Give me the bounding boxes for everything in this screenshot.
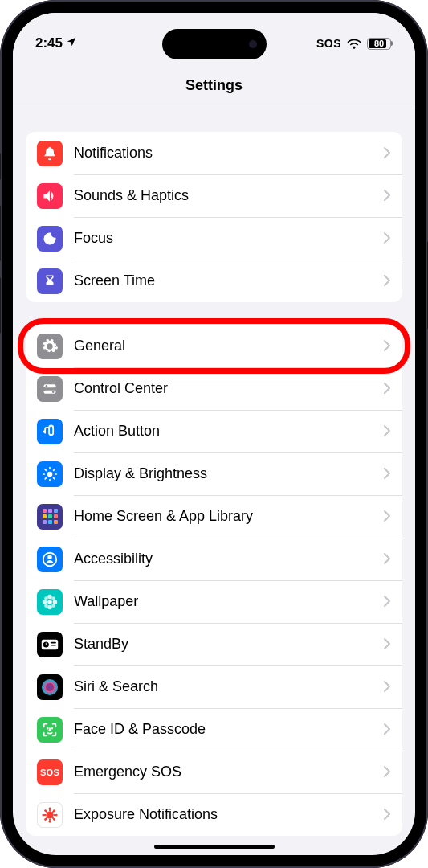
hourglass-icon <box>37 268 63 294</box>
chevron-right-icon <box>383 719 391 740</box>
siri-icon <box>37 674 63 700</box>
svg-rect-28 <box>51 645 56 646</box>
svg-point-17 <box>47 594 52 599</box>
svg-point-20 <box>53 600 58 604</box>
settings-row-sos[interactable]: SOSEmergency SOS <box>26 751 402 793</box>
svg-rect-4 <box>49 425 53 435</box>
svg-point-49 <box>53 809 55 812</box>
settings-row-screentime[interactable]: Screen Time <box>26 260 402 302</box>
svg-point-46 <box>44 809 47 812</box>
settings-row-sounds[interactable]: Sounds & Haptics <box>26 174 402 217</box>
settings-row-siri[interactable]: Siri & Search <box>26 665 402 708</box>
svg-point-42 <box>49 807 51 809</box>
svg-point-19 <box>43 600 47 604</box>
svg-point-33 <box>46 811 53 818</box>
volume-down-button[interactable] <box>0 277 1 334</box>
row-label: Face ID & Passcode <box>74 721 383 738</box>
settings-row-faceid[interactable]: Face ID & Passcode <box>26 708 402 751</box>
row-label: Notifications <box>74 145 383 162</box>
svg-line-12 <box>45 477 46 478</box>
volume-up-button[interactable] <box>0 205 1 261</box>
row-label: Control Center <box>74 380 383 397</box>
status-right: SOS 80 <box>316 37 393 50</box>
settings-row-accessibility[interactable]: Accessibility <box>26 538 402 580</box>
row-label: Emergency SOS <box>74 764 383 780</box>
settings-row-focus[interactable]: Focus <box>26 217 402 260</box>
chevron-right-icon <box>383 143 391 164</box>
svg-point-43 <box>49 820 51 822</box>
svg-point-21 <box>44 596 48 600</box>
location-arrow-icon <box>66 35 77 51</box>
dynamic-island <box>162 29 267 59</box>
wifi-icon <box>347 38 361 49</box>
svg-line-11 <box>54 477 55 478</box>
camera-dot <box>249 40 257 48</box>
person-icon <box>37 547 63 572</box>
chevron-right-icon <box>383 186 391 207</box>
row-label: StandBy <box>74 636 383 653</box>
chevron-right-icon <box>383 634 391 655</box>
svg-point-2 <box>46 385 48 387</box>
chevron-right-icon <box>383 549 391 570</box>
row-label: Siri & Search <box>74 678 383 695</box>
row-label: Wallpaper <box>74 593 383 610</box>
chevron-right-icon <box>383 228 391 249</box>
chevron-right-icon <box>383 677 391 698</box>
chevron-right-icon <box>383 506 391 527</box>
svg-line-10 <box>45 469 46 470</box>
settings-row-controlcenter[interactable]: Control Center <box>26 367 402 410</box>
sos-icon: SOS <box>37 760 63 785</box>
row-label: Screen Time <box>74 272 383 289</box>
status-left: 2:45 <box>35 35 77 51</box>
settings-row-homescreen[interactable]: Home Screen & App Library <box>26 495 402 538</box>
row-label: Focus <box>74 230 383 247</box>
svg-point-48 <box>44 818 47 821</box>
grid-icon <box>37 504 63 530</box>
row-label: Exposure Notifications <box>74 806 383 823</box>
toggles-icon <box>37 376 63 402</box>
settings-row-general[interactable]: General <box>26 325 402 367</box>
bell-icon <box>37 141 63 166</box>
svg-point-30 <box>46 683 54 691</box>
svg-point-45 <box>55 813 58 816</box>
settings-row-actionbutton[interactable]: Action Button <box>26 410 402 452</box>
mute-switch[interactable] <box>0 153 1 180</box>
battery-indicator: 80 <box>367 38 393 50</box>
gear-icon <box>37 334 63 359</box>
page-title: Settings <box>13 77 415 94</box>
chevron-right-icon <box>383 271 391 292</box>
svg-point-18 <box>47 604 52 609</box>
clock-icon <box>37 632 63 657</box>
svg-point-47 <box>53 818 55 821</box>
sun-icon <box>37 461 63 487</box>
speaker-icon <box>37 183 63 209</box>
svg-line-13 <box>54 469 55 470</box>
settings-row-wallpaper[interactable]: Wallpaper <box>26 580 402 623</box>
svg-point-3 <box>52 391 55 393</box>
chevron-right-icon <box>383 336 391 357</box>
settings-group: NotificationsSounds & HapticsFocusScreen… <box>26 132 402 302</box>
row-label: Sounds & Haptics <box>74 187 383 204</box>
flower-icon <box>37 589 63 615</box>
home-indicator[interactable] <box>154 845 275 849</box>
screen: 2:45 SOS 80 Settings <box>13 13 415 855</box>
face-icon <box>37 717 63 743</box>
status-sos: SOS <box>316 37 341 50</box>
chevron-right-icon <box>383 805 391 825</box>
settings-row-notifications[interactable]: Notifications <box>26 132 402 174</box>
chevron-right-icon <box>383 464 391 485</box>
settings-group: GeneralControl CenterAction ButtonDispla… <box>26 325 402 836</box>
action-icon <box>37 419 63 444</box>
chevron-right-icon <box>383 421 391 442</box>
settings-row-display[interactable]: Display & Brightness <box>26 452 402 495</box>
chevron-right-icon <box>383 762 391 783</box>
svg-point-32 <box>51 727 52 728</box>
chevron-right-icon <box>383 379 391 399</box>
settings-row-standby[interactable]: StandBy <box>26 623 402 665</box>
settings-scroll[interactable]: NotificationsSounds & HapticsFocusScreen… <box>13 109 415 855</box>
settings-row-exposure[interactable]: Exposure Notifications <box>26 793 402 836</box>
row-label: Action Button <box>74 423 383 440</box>
status-time: 2:45 <box>35 35 63 51</box>
chevron-right-icon <box>383 592 391 612</box>
svg-point-23 <box>44 604 48 608</box>
